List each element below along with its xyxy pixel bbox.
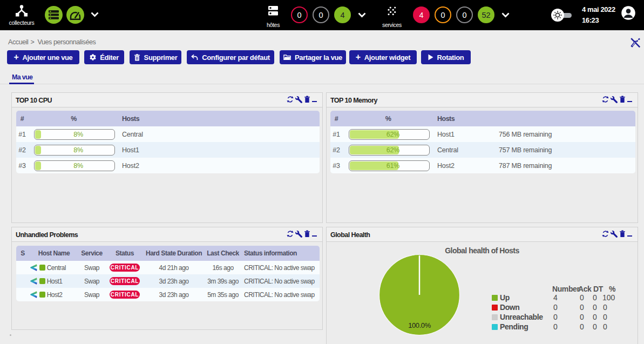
svg-text:100.0%: 100.0% (408, 321, 431, 329)
